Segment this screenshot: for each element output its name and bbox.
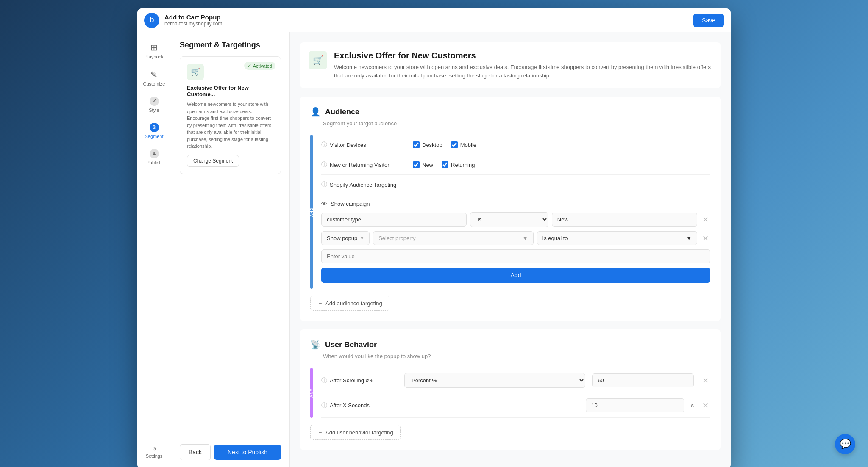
condition-field-input[interactable]: [321, 213, 467, 227]
after-seconds-info-icon[interactable]: ⓘ: [321, 402, 327, 409]
sidebar-item-publish[interactable]: 4 Publish: [137, 146, 171, 169]
main-content: 🛒 Exclusive Offer for New Customers Welc…: [290, 32, 731, 467]
add-condition-button[interactable]: Add: [321, 268, 710, 283]
behavior-section-header: 📡 User Behavior: [310, 340, 710, 350]
chat-button[interactable]: 💬: [835, 434, 855, 454]
page-description: Welcome newcomers to your store with ope…: [334, 63, 712, 80]
sidebar-item-playbook[interactable]: ⊞ Playbook: [137, 39, 171, 63]
behavior-subtitle: When would you like the popup to show up…: [310, 353, 710, 359]
new-visitor-label: New: [422, 162, 433, 168]
back-button[interactable]: Back: [180, 444, 211, 460]
add-behavior-targeting-button[interactable]: ＋ Add user behavior targeting: [310, 425, 401, 440]
page-header-icon: 🛒: [309, 51, 327, 69]
new-returning-info-icon[interactable]: ⓘ: [321, 161, 327, 169]
app-logo: b: [144, 13, 159, 28]
desktop-label: Desktop: [422, 142, 442, 148]
after-scrolling-value-input[interactable]: [592, 373, 694, 387]
is-equal-dropdown[interactable]: Is equal to ▼: [537, 231, 697, 245]
condition-row-1: Is ✕: [321, 212, 710, 227]
publish-badge: 4: [150, 149, 159, 158]
show-campaign-row: 👁 Show campaign: [321, 200, 710, 207]
settings-icon: ⚙: [152, 446, 156, 452]
remove-condition-1-button[interactable]: ✕: [701, 213, 710, 226]
remove-seconds-button[interactable]: ✕: [701, 399, 710, 412]
after-seconds-value-input[interactable]: [586, 398, 684, 412]
settings-nav-item[interactable]: ⚙ Settings: [146, 446, 163, 459]
shopify-targeting-header-row: ⓘ Shopify Audience Targeting: [321, 181, 710, 188]
remove-scrolling-button[interactable]: ✕: [701, 374, 710, 387]
visitor-devices-row: ⓘ Visitor Devices Desktop Mob: [321, 135, 710, 155]
segment-card-icon: 🛒: [187, 64, 204, 80]
show-popup-label: Show popup: [327, 235, 357, 241]
after-scrolling-select[interactable]: Percent %: [404, 373, 585, 388]
remove-condition-2-button[interactable]: ✕: [701, 232, 710, 245]
after-scrolling-info-icon[interactable]: ⓘ: [321, 377, 327, 384]
audience-targeting-area: AND ⓘ Visitor Devices: [310, 135, 710, 289]
top-header: b Add to Cart Popup berna-test.myshopify…: [137, 8, 731, 32]
audience-section-header: 👤 Audience: [310, 107, 710, 117]
chat-icon: 💬: [840, 439, 851, 450]
style-label: Style: [149, 108, 159, 113]
customize-label: Customize: [143, 81, 165, 86]
page-title: Exclusive Offer for New Customers: [334, 51, 712, 61]
audience-subtitle: Segment your target audience: [310, 120, 710, 127]
shopify-targeting-info-icon[interactable]: ⓘ: [321, 181, 327, 188]
new-visitor-checkbox[interactable]: [413, 161, 420, 168]
playbook-label: Playbook: [145, 54, 164, 59]
behavior-icon: 📡: [310, 340, 321, 350]
segment-card-title: Exclusive Offer for New Custome...: [187, 85, 274, 97]
visitor-devices-checkboxes: Desktop Mobile: [413, 141, 710, 148]
behavior-rows: ⓘ After Scrolling x% Percent % ✕: [321, 368, 710, 418]
left-nav: ⊞ Playbook ✎ Customize ✓ Style 3 Segment…: [137, 32, 171, 467]
sidebar-item-segment[interactable]: 3 Segment: [137, 119, 171, 142]
mobile-checkbox-label[interactable]: Mobile: [451, 141, 476, 148]
page-header: 🛒 Exclusive Offer for New Customers Welc…: [300, 42, 721, 88]
after-seconds-label: After X Seconds: [330, 402, 370, 409]
desktop-checkbox-label[interactable]: Desktop: [413, 141, 442, 148]
desktop-checkbox[interactable]: [413, 141, 420, 148]
segment-card-description: Welcome newcomers to your store with ope…: [187, 101, 274, 150]
change-segment-button[interactable]: Change Segment: [187, 155, 239, 167]
show-popup-chevron: ▼: [360, 236, 364, 240]
app-title: Add to Cart Popup: [164, 14, 693, 21]
visitor-devices-label: Visitor Devices: [330, 142, 366, 148]
new-visitor-checkbox-label[interactable]: New: [413, 161, 433, 168]
audience-icon: 👤: [310, 107, 321, 117]
publish-label: Publish: [146, 160, 161, 165]
save-button[interactable]: Save: [693, 14, 724, 27]
returning-visitor-checkbox[interactable]: [442, 161, 448, 168]
shopify-targeting-label: Shopify Audience Targeting: [330, 182, 396, 188]
next-to-publish-button[interactable]: Next to Publish: [214, 445, 281, 460]
show-popup-dropdown[interactable]: Show popup ▼: [321, 231, 370, 245]
behavior-title: User Behavior: [325, 340, 377, 349]
new-returning-label: New or Returning Visitor: [330, 162, 389, 168]
sidebar-title: Segment & Targetings: [180, 41, 281, 50]
condition-operator-select[interactable]: Is: [470, 212, 548, 227]
mobile-label: Mobile: [460, 142, 476, 148]
after-seconds-row: ⓘ After X Seconds s ✕: [321, 393, 710, 418]
condition-row-2: Show popup ▼ Select property ▼ Is equal …: [321, 231, 710, 245]
sidebar-item-customize[interactable]: ✎ Customize: [137, 66, 171, 90]
visitor-devices-info-icon[interactable]: ⓘ: [321, 141, 327, 149]
condition-value-input[interactable]: [552, 213, 697, 227]
page-header-text: Exclusive Offer for New Customers Welcom…: [334, 51, 712, 80]
returning-visitor-checkbox-label[interactable]: Returning: [442, 161, 475, 168]
and-label: AND: [309, 207, 314, 217]
segment-card: ✓ Activated 🛒 Exclusive Offer for New Cu…: [180, 56, 281, 174]
enter-value-input[interactable]: [321, 249, 710, 263]
header-title-block: Add to Cart Popup berna-test.myshopify.c…: [164, 14, 693, 27]
add-behavior-targeting-label: Add user behavior targeting: [326, 429, 393, 436]
any-bar: ANY: [310, 368, 313, 418]
select-property-dropdown[interactable]: Select property ▼: [373, 231, 533, 245]
any-label: ANY: [309, 388, 314, 398]
style-badge: ✓: [150, 97, 159, 106]
segment-label: Segment: [145, 134, 163, 139]
add-targeting-plus-icon: ＋: [317, 299, 323, 307]
playbook-icon: ⊞: [150, 42, 158, 53]
mobile-checkbox[interactable]: [451, 141, 458, 148]
after-scrolling-label-area: ⓘ After Scrolling x%: [321, 377, 398, 384]
sidebar-item-style[interactable]: ✓ Style: [137, 93, 171, 116]
is-equal-label: Is equal to: [542, 235, 568, 241]
add-audience-targeting-button[interactable]: ＋ Add audience targeting: [310, 296, 389, 311]
add-behavior-plus-icon: ＋: [317, 428, 323, 436]
